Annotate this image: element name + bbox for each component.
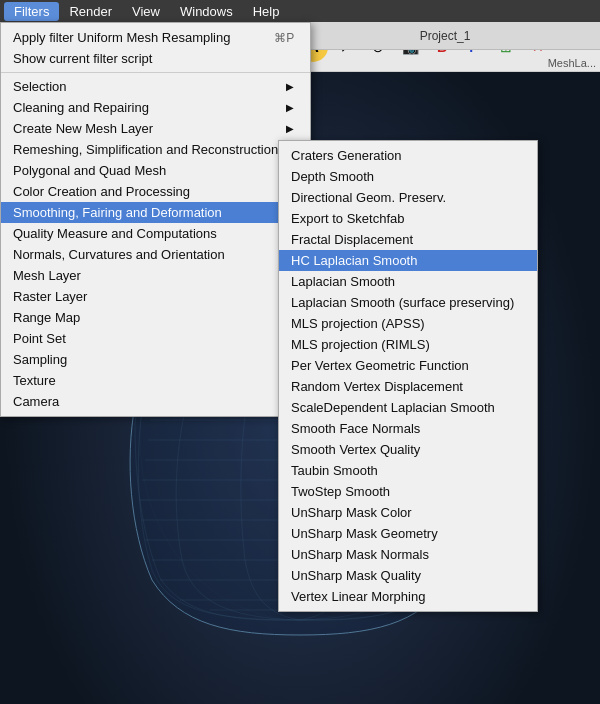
submenu-per-vertex[interactable]: Per Vertex Geometric Function <box>279 355 537 376</box>
menu-remeshing[interactable]: Remeshing, Simplification and Reconstruc… <box>1 139 310 160</box>
submenu-craters[interactable]: Craters Generation <box>279 145 537 166</box>
submenu-taubin[interactable]: Taubin Smooth <box>279 460 537 481</box>
menu-polygonal[interactable]: Polygonal and Quad Mesh ▶ <box>1 160 310 181</box>
smoothing-submenu: Craters Generation Depth Smooth Directio… <box>278 140 538 612</box>
submenu-vertex-linear[interactable]: Vertex Linear Morphing <box>279 586 537 607</box>
menu-smoothing[interactable]: Smoothing, Fairing and Deformation ▶ <box>1 202 310 223</box>
menubar: Filters Render View Windows Help <box>0 0 600 22</box>
submenu-unsharp-geometry[interactable]: UnSharp Mask Geometry <box>279 523 537 544</box>
submenu-unsharp-color[interactable]: UnSharp Mask Color <box>279 502 537 523</box>
menu-texture[interactable]: Texture ▶ <box>1 370 310 391</box>
submenu-twostep[interactable]: TwoStep Smooth <box>279 481 537 502</box>
menu-quality[interactable]: Quality Measure and Computations ▶ <box>1 223 310 244</box>
submenu-hc-laplacian[interactable]: HC Laplacian Smooth <box>279 250 537 271</box>
menu-cleaning[interactable]: Cleaning and Repairing ▶ <box>1 97 310 118</box>
submenu-depth-smooth[interactable]: Depth Smooth <box>279 166 537 187</box>
submenu-mls-rimls[interactable]: MLS projection (RIMLS) <box>279 334 537 355</box>
submenu-smooth-vertex[interactable]: Smooth Vertex Quality <box>279 439 537 460</box>
menu-sep-1 <box>1 72 310 73</box>
submenu-random-vertex[interactable]: Random Vertex Displacement <box>279 376 537 397</box>
menu-point-set[interactable]: Point Set ▶ <box>1 328 310 349</box>
submenu-mls-apss[interactable]: MLS projection (APSS) <box>279 313 537 334</box>
submenu-scale-dependent[interactable]: ScaleDependent Laplacian Smooth <box>279 397 537 418</box>
submenu-unsharp-quality[interactable]: UnSharp Mask Quality <box>279 565 537 586</box>
menu-help[interactable]: Help <box>243 2 290 21</box>
submenu-unsharp-normals[interactable]: UnSharp Mask Normals <box>279 544 537 565</box>
submenu-export-sketchfab[interactable]: Export to Sketchfab <box>279 208 537 229</box>
menu-camera[interactable]: Camera ▶ <box>1 391 310 412</box>
menu-mesh-layer[interactable]: Mesh Layer ▶ <box>1 265 310 286</box>
menu-range-map[interactable]: Range Map ▶ <box>1 307 310 328</box>
filters-dropdown: Apply filter Uniform Mesh Resampling ⌘P … <box>0 22 311 417</box>
submenu-laplacian[interactable]: Laplacian Smooth <box>279 271 537 292</box>
menu-raster[interactable]: Raster Layer ▶ <box>1 286 310 307</box>
menu-apply-filter[interactable]: Apply filter Uniform Mesh Resampling ⌘P <box>1 27 310 48</box>
project-bar: Project_1 <box>290 22 600 50</box>
menu-render[interactable]: Render <box>59 2 122 21</box>
submenu-directional[interactable]: Directional Geom. Preserv. <box>279 187 537 208</box>
menu-show-script[interactable]: Show current filter script <box>1 48 310 69</box>
menu-view[interactable]: View <box>122 2 170 21</box>
menu-selection[interactable]: Selection ▶ <box>1 76 310 97</box>
menu-normals[interactable]: Normals, Curvatures and Orientation ▶ <box>1 244 310 265</box>
menu-windows[interactable]: Windows <box>170 2 243 21</box>
submenu-laplacian-surface[interactable]: Laplacian Smooth (surface preserving) <box>279 292 537 313</box>
menu-sampling[interactable]: Sampling ▶ <box>1 349 310 370</box>
toolbar-label: MeshLa... <box>548 57 596 69</box>
menu-filters[interactable]: Filters <box>4 2 59 21</box>
submenu-fractal[interactable]: Fractal Displacement <box>279 229 537 250</box>
submenu-smooth-face[interactable]: Smooth Face Normals <box>279 418 537 439</box>
menu-new-mesh[interactable]: Create New Mesh Layer ▶ <box>1 118 310 139</box>
menu-color[interactable]: Color Creation and Processing ▶ <box>1 181 310 202</box>
project-name: Project_1 <box>420 29 471 43</box>
